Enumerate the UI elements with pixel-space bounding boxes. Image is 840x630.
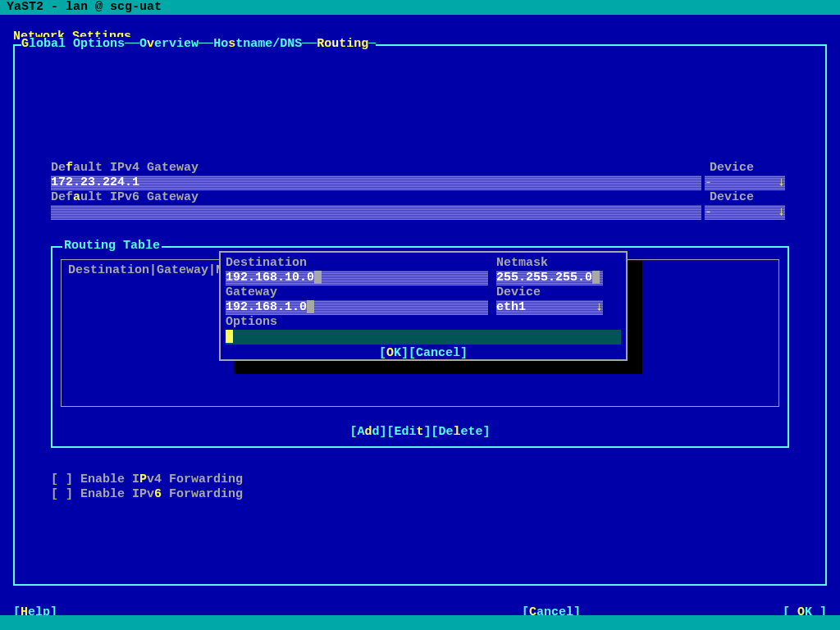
footer-bar <box>0 615 840 630</box>
route-dialog: Destination 192.168.10.0 Netmask 255.255… <box>219 251 628 361</box>
device-label-2: Device <box>705 190 789 205</box>
delete-button[interactable]: [Delete] <box>431 425 491 439</box>
chevron-down-icon: ↓ <box>778 176 785 190</box>
forwarding-checks: [ ] Enable IPv4 Forwarding [ ] Enable IP… <box>51 472 789 502</box>
device-select-2[interactable]: -↓ <box>705 205 785 220</box>
routing-table-header: Destination|Gateway|Net <box>68 263 238 278</box>
tab-overview[interactable]: Overview <box>139 37 199 51</box>
gateway-input[interactable]: 192.168.1.0 <box>226 300 488 315</box>
gateway-label: Gateway <box>226 285 496 300</box>
dialog-device-select[interactable]: eth1↓ <box>496 300 603 315</box>
chevron-down-icon: ↓ <box>778 205 785 220</box>
routing-table-buttons: [Add][Edit][Delete] <box>52 425 788 440</box>
dialog-device-label: Device <box>496 285 619 300</box>
tab-hostname[interactable]: Hostname/DNS <box>213 37 302 51</box>
netmask-label: Netmask <box>496 256 619 271</box>
dialog-cancel-button[interactable]: [Cancel] <box>409 346 468 360</box>
default-ipv4-gateway-input[interactable]: 172.23.224.1 <box>51 176 701 190</box>
tab-bar: Global Options──Overview──Hostname/DNS──… <box>21 37 376 52</box>
destination-input[interactable]: 192.168.10.0 <box>226 271 488 285</box>
device-select-1[interactable]: -↓ <box>705 176 785 190</box>
default-ipv4-gateway-label: Default IPv4 Gateway <box>51 161 701 176</box>
tab-global-options[interactable]: Global Options <box>21 37 125 51</box>
edit-button[interactable]: [Edit] <box>386 425 431 439</box>
options-input[interactable] <box>226 330 621 345</box>
routing-table-caption: Routing Table <box>62 239 162 253</box>
destination-label: Destination <box>226 256 496 271</box>
tab-routing[interactable]: Routing <box>317 37 368 51</box>
device-label-1: Device <box>705 161 789 176</box>
default-ipv6-gateway-input[interactable] <box>51 205 701 220</box>
dialog-ok-button[interactable]: [OK] <box>379 346 409 360</box>
options-label: Options <box>226 315 621 330</box>
enable-ipv4-forwarding-checkbox[interactable]: [ ] Enable IPv4 Forwarding <box>51 472 789 487</box>
enable-ipv6-forwarding-checkbox[interactable]: [ ] Enable IPv6 Forwarding <box>51 487 789 502</box>
netmask-input[interactable]: 255.255.255.0 <box>496 271 603 285</box>
window-title: YaST2 - lan @ scg-uat <box>0 0 840 15</box>
add-button[interactable]: [Add] <box>349 425 386 439</box>
default-ipv6-gateway-label: Default IPv6 Gateway <box>51 190 701 205</box>
chevron-down-icon: ↓ <box>596 300 603 315</box>
